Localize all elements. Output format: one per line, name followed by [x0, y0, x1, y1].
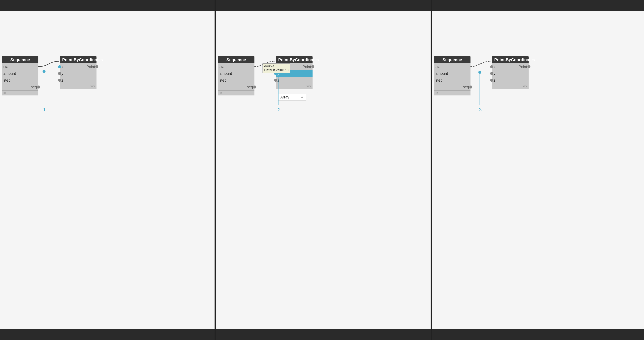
port-amount-2[interactable]: amount	[218, 70, 254, 77]
point-node-1-footer: xxx	[60, 84, 96, 89]
sequence-node-3-body: start amount step seq II\	[434, 63, 470, 96]
point-out-dot-3	[528, 65, 530, 68]
point-node-2-footer: xxx	[276, 84, 312, 89]
z-port-dot-3	[490, 79, 493, 82]
tooltip-default: Default value : 0	[264, 68, 288, 72]
port-step-3-label: step	[436, 78, 469, 83]
port-z-1[interactable]: z	[60, 77, 96, 84]
sequence-node-1-title: Sequence	[2, 56, 38, 63]
port-start-3[interactable]: start	[434, 63, 470, 70]
connection-dot-1	[42, 70, 46, 73]
port-amount-3-label: amount	[436, 72, 469, 76]
array-expand-icon: ▲	[300, 95, 304, 99]
port-point-1-label: Point	[86, 65, 95, 69]
port-step-1-label: step	[3, 78, 37, 83]
point-node-3-footer: xxx	[492, 84, 528, 89]
port-y-1-label: y	[62, 72, 95, 76]
port-z-1-label: z	[62, 78, 95, 83]
top-bar	[0, 0, 644, 11]
port-x-3[interactable]: x Point	[492, 63, 528, 70]
sequence-node-1: Sequence start amount step seq II\	[2, 56, 38, 96]
point-node-3-title: Point.ByCoordinates	[492, 56, 528, 63]
sequence-node-2-title: Sequence	[218, 56, 254, 63]
point-out-dot-2	[312, 65, 314, 68]
point-node-1: Point.ByCoordinates x Point y z xxx	[60, 56, 96, 89]
z-port-dot-1	[58, 79, 61, 82]
port-point-3-label: Point	[518, 65, 527, 69]
z-port-dot-2	[274, 79, 277, 82]
point-node-2-title: Point.ByCoordinates	[276, 56, 312, 63]
port-y-1[interactable]: y	[60, 70, 96, 77]
port-z-3[interactable]: z	[492, 77, 528, 84]
connection-seq-x-1	[38, 61, 59, 67]
sequence-node-2-footer: II\	[218, 90, 254, 96]
panel-1: Sequence start amount step seq II\ Point…	[0, 11, 214, 329]
port-step-2[interactable]: step	[218, 77, 254, 84]
seq-port-dot-3	[469, 86, 472, 89]
sequence-node-1-body: start amount step seq II\	[2, 63, 38, 96]
port-step-3[interactable]: step	[434, 77, 470, 84]
step-label-1: 1	[43, 107, 46, 113]
sequence-node-3: Sequence start amount step seq II\	[434, 56, 470, 96]
port-amount-1[interactable]: amount	[2, 70, 38, 77]
port-amount-3[interactable]: amount	[434, 70, 470, 77]
divider-2	[430, 0, 432, 340]
seq-port-dot-1	[37, 86, 40, 89]
y-port-dot-3	[490, 72, 493, 75]
step-label-3: 3	[479, 107, 482, 113]
bottom-bar	[0, 329, 644, 340]
x-port-dot-3	[490, 65, 493, 68]
port-start-1-label: start	[3, 65, 37, 69]
port-x-1[interactable]: x Point	[60, 63, 96, 70]
port-seq-1-label: seq	[31, 85, 37, 89]
sequence-node-3-footer: II\	[434, 90, 470, 96]
port-start-1[interactable]: start	[2, 63, 38, 70]
x-port-dot-1	[58, 65, 61, 68]
port-seq-3[interactable]: seq	[434, 84, 470, 90]
divider-1	[214, 0, 216, 340]
step-label-2: 2	[278, 107, 280, 113]
port-step-1[interactable]: step	[2, 77, 38, 84]
port-start-3-label: start	[436, 65, 469, 69]
point-node-3-body: x Point y z xxx	[492, 63, 528, 89]
point-node-3: Point.ByCoordinates x Point y z xxx	[492, 56, 528, 89]
tooltip-type: double	[264, 64, 288, 68]
port-seq-2[interactable]: seq	[218, 84, 254, 90]
port-seq-3-label: seq	[463, 85, 469, 89]
port-start-2-label: start	[220, 65, 253, 69]
port-z-2-label: z	[278, 78, 311, 83]
port-point-2-label: Point	[302, 65, 311, 69]
sequence-node-3-title: Sequence	[434, 56, 470, 63]
sequence-node-2: Sequence start amount step seq II\	[218, 56, 254, 96]
port-amount-2-label: amount	[220, 72, 253, 76]
panel-2: Sequence start amount step seq II\ Point…	[216, 11, 430, 329]
array-label: Array	[280, 95, 289, 99]
port-amount-1-label: amount	[3, 72, 37, 76]
sequence-node-1-footer: II\	[2, 90, 38, 96]
port-start-2[interactable]: start	[218, 63, 254, 70]
tooltip-2: double Default value : 0	[262, 63, 290, 73]
port-seq-2-label: seq	[247, 85, 253, 89]
connection-seq-x-3	[470, 61, 491, 67]
point-out-dot-1	[95, 65, 98, 68]
array-box-2: Array ▲	[278, 94, 306, 101]
point-node-1-body: x Point y z xxx	[60, 63, 96, 89]
sequence-node-2-body: start amount step seq II\	[218, 63, 254, 96]
port-z-3-label: z	[494, 78, 527, 83]
port-y-3[interactable]: y	[492, 70, 528, 77]
port-seq-1[interactable]: seq	[2, 84, 38, 90]
port-x-1-label: x	[62, 65, 86, 69]
port-y-3-label: y	[494, 72, 527, 76]
y-port-dot-1	[58, 72, 61, 75]
panel-3: Sequence start amount step seq II\ Point…	[432, 11, 644, 329]
connection-dot-3	[478, 71, 481, 74]
port-x-3-label: x	[494, 65, 518, 69]
seq-port-dot-2	[253, 86, 256, 89]
port-z-2[interactable]: z	[276, 77, 312, 84]
point-node-1-title: Point.ByCoordinates	[60, 56, 96, 63]
port-step-2-label: step	[220, 78, 253, 83]
